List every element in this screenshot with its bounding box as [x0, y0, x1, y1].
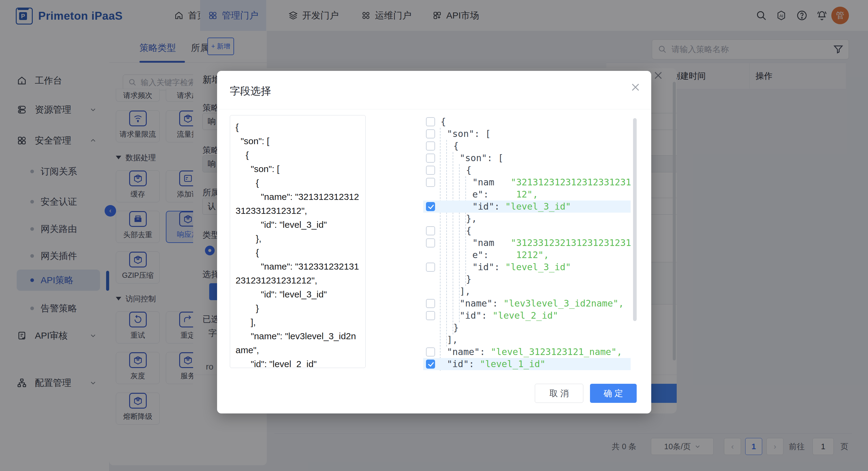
close-icon[interactable] [630, 82, 641, 93]
checkbox-unchecked[interactable] [426, 238, 435, 247]
tree-row: "id": "level_1_id" [423, 358, 630, 370]
tree-row: } [423, 273, 630, 285]
tree-row: } [423, 322, 630, 334]
checkbox-unchecked[interactable] [426, 129, 435, 138]
json-field-tree: {"son": [{"son": [{"nam "321312312312312… [423, 116, 630, 371]
tree-row: ], [423, 334, 630, 346]
tree-row: e": 1212", [423, 249, 630, 261]
confirm-button[interactable]: 确 定 [590, 384, 637, 403]
tree-row: "nam "31233123213123123123123 [423, 237, 630, 249]
tree-row: "son": [ [423, 128, 630, 140]
tree-row: { [423, 140, 630, 152]
modal-header-divider [217, 109, 651, 109]
tree-row: "name": "level_3123123121_name", [423, 346, 630, 358]
tree-row: "son": [ [423, 152, 630, 164]
checkbox-unchecked[interactable] [426, 299, 435, 308]
tree-row: "id": "level_2_id" [423, 309, 630, 322]
tree-row: { [423, 116, 630, 128]
tree-row: { [423, 164, 630, 176]
checkbox-unchecked[interactable] [426, 263, 435, 272]
modal-title: 字段选择 [230, 84, 271, 98]
tree-row: ], [423, 285, 630, 297]
checkbox-unchecked[interactable] [426, 166, 435, 175]
tree-row: "id": "level_3_id" [423, 201, 630, 213]
checkbox-unchecked[interactable] [426, 347, 435, 357]
app-root: P Primeton iPaaS 首页管理门户开发门户运维门户API市场 AI … [0, 0, 868, 471]
checkbox-checked[interactable] [426, 202, 435, 211]
tree-row: "name": "lev3level_3_id2name", [423, 297, 630, 309]
cancel-button[interactable]: 取 消 [535, 384, 583, 403]
checkbox-unchecked[interactable] [426, 117, 435, 126]
checkbox-checked[interactable] [426, 360, 435, 369]
tree-row: "id": "level_3_id" [423, 261, 630, 273]
field-select-modal: 字段选择 { "son": [ { "son": [ { "name": "32… [217, 71, 651, 413]
tree-scrollbar[interactable] [633, 118, 637, 321]
tree-row: e": 12", [423, 189, 630, 201]
checkbox-unchecked[interactable] [426, 311, 435, 320]
tree-row: }, [423, 213, 630, 225]
checkbox-unchecked[interactable] [426, 141, 435, 150]
checkbox-unchecked[interactable] [426, 154, 435, 163]
tree-row: { [423, 225, 630, 237]
source-json-box: { "son": [ { "son": [ { "name": "3213123… [230, 115, 366, 368]
checkbox-unchecked[interactable] [426, 178, 435, 187]
checkbox-unchecked[interactable] [426, 226, 435, 235]
tree-row: "nam "32131231231231233123123 [423, 176, 630, 189]
